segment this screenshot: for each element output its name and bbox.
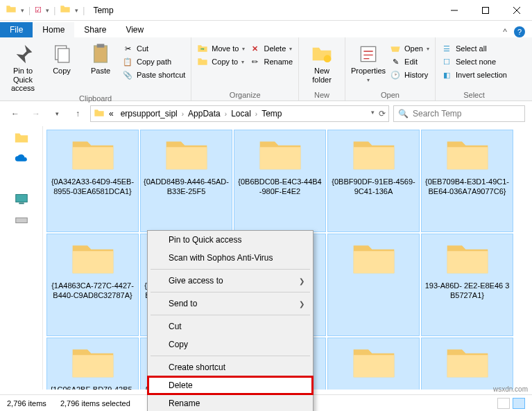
file-item[interactable]: {0B6BDC0B-E4C3-44B4-980F-E4E2 [234,130,326,232]
history-button[interactable]: 🕑History [390,69,429,80]
file-item[interactable]: {1C06A2BF-BD79-42B5-A90D-79D0DB3B9EAF} [46,338,139,390]
nav-pane[interactable] [0,126,43,390]
sidebar-thispc-icon[interactable] [14,191,29,207]
file-item[interactable] [421,338,513,390]
breadcrumb[interactable]: Temp [259,109,284,119]
file-name: {0BBF90DF-91EB-4569-9C41-136A [331,177,416,197]
paste-shortcut-button[interactable]: 📎Paste shortcut [122,69,185,80]
file-name: {1C06A2BF-BD79-42B5-A90D-79D0DB3B9EAF} [50,385,135,390]
qat-overflow-icon[interactable]: ▾ [75,7,78,14]
properties-button[interactable]: Properties ▾ [351,40,386,83]
copy-button[interactable]: Copy [44,40,79,76]
folder-glyph-icon [6,3,17,17]
moveto-icon [197,43,208,54]
svg-rect-0 [482,7,488,13]
tab-home[interactable]: Home [33,22,74,37]
copy-path-button[interactable]: 📋Copy path [122,56,185,67]
ctx-give-access[interactable]: Give access to❯ [148,272,313,290]
context-menu: Pin to Quick access Scan with Sophos Ant… [147,230,314,411]
group-label-new: New [314,89,329,99]
group-label-open: Open [381,89,400,99]
maximize-button[interactable] [470,0,501,21]
nav-forward-button[interactable]: → [28,105,44,122]
watermark: wsxdn.com [493,385,528,393]
sidebar-drive-icon[interactable] [14,212,29,227]
view-details-button[interactable] [497,398,510,409]
ctx-rename[interactable]: Rename [148,394,313,411]
tab-view[interactable]: View [116,22,153,37]
chevron-down-icon: ▾ [289,46,292,52]
breadcrumb-prefix[interactable]: « [106,109,117,119]
delete-x-icon: ✕ [249,43,260,54]
edit-button[interactable]: ✎Edit [390,56,429,67]
search-placeholder: Search Temp [413,109,461,119]
chevron-right-icon: › [225,110,227,118]
svg-rect-9 [15,218,27,222]
paste-icon [89,43,112,65]
new-folder-button[interactable]: New folder [304,40,339,84]
ctx-separator [151,292,310,292]
pin-quick-access-button[interactable]: Pin to Quick access [6,40,40,93]
view-icons-button[interactable] [513,398,525,409]
invert-selection-button[interactable]: ◧Invert selection [441,69,507,80]
delete-button[interactable]: ✕Delete▾ [249,43,293,54]
select-none-button[interactable]: ☐Select none [441,56,507,67]
history-icon: 🕑 [390,69,401,80]
copyto-icon [197,56,208,67]
rename-icon: ✏ [249,56,260,67]
breadcrumb[interactable]: AppData [185,109,223,119]
ctx-create-shortcut[interactable]: Create shortcut [148,358,313,376]
qat-check-icon[interactable]: ☑ [35,6,42,15]
scissors-icon: ✂ [122,43,133,54]
ctx-cut[interactable]: Cut [148,317,313,335]
file-item[interactable] [327,338,420,390]
chevron-right-icon: › [255,110,257,118]
open-button[interactable]: Open▾ [390,43,429,54]
select-all-button[interactable]: ☰Select all [441,43,507,54]
tab-file[interactable]: File [0,22,33,37]
file-item[interactable]: {0EB709B4-E3D1-49C1-BE64-036A7A9077C6} [421,130,513,232]
ctx-sophos-scan[interactable]: Scan with Sophos Anti-Virus [148,249,313,267]
breadcrumb[interactable]: Local [228,109,254,119]
svg-rect-7 [15,195,27,202]
paste-button[interactable]: Paste [83,40,118,76]
tab-share[interactable]: Share [74,22,116,37]
search-box[interactable]: 🔍 Search Temp [393,105,525,122]
file-item[interactable]: {0A342A33-64D9-45EB-8955-03EA6581DCA1} [46,130,139,232]
ctx-send-to[interactable]: Send to❯ [148,295,313,313]
qat-down-icon[interactable]: ▾ [21,7,24,14]
sidebar-folder-icon[interactable] [14,130,29,146]
new-folder-icon [311,43,333,65]
ctx-copy[interactable]: Copy [148,335,313,353]
addr-dropdown-icon[interactable]: ▾ [371,109,375,119]
file-item[interactable] [327,234,420,336]
file-name: {0A342A33-64D9-45EB-8955-03EA6581DCA1} [50,177,135,197]
ctx-pin-quick-access[interactable]: Pin to Quick access [148,231,313,249]
group-label-select: Select [463,89,485,99]
help-icon[interactable]: ? [514,26,525,37]
select-all-icon: ☰ [441,43,452,54]
copy-to-button[interactable]: Copy to▾ [197,56,245,67]
breadcrumb[interactable]: erpsupport_sipl [118,109,180,119]
cut-button[interactable]: ✂Cut [122,43,185,54]
file-name: {1A4863CA-727C-4427-B440-C9AD8C32787A} [50,281,135,301]
svg-rect-8 [19,203,24,204]
nav-up-button[interactable]: ↑ [69,105,86,122]
close-button[interactable] [501,0,532,21]
address-bar[interactable]: « erpsupport_sipl› AppData› Local› Temp … [90,105,389,122]
nav-back-button[interactable]: ← [7,105,24,122]
sidebar-onedrive-icon[interactable] [14,151,29,166]
file-item[interactable]: {0ADD84B9-A446-45AD-B33E-25F5 [140,130,232,232]
file-item[interactable]: 193-A86D- 2E2-E8E46 3B5727A1} [421,234,513,336]
move-to-button[interactable]: Move to▾ [197,43,245,54]
nav-recent-button[interactable]: ▾ [49,105,65,122]
rename-button[interactable]: ✏Rename [249,56,293,67]
ctx-delete[interactable]: Delete [148,376,313,394]
qat-down-icon-2[interactable]: ▾ [46,7,49,14]
file-item[interactable]: {0BBF90DF-91EB-4569-9C41-136A [327,130,420,232]
ribbon-collapse-icon[interactable]: ^ [503,27,507,37]
minimize-button[interactable] [438,0,470,21]
file-item[interactable]: {1A4863CA-727C-4427-B440-C9AD8C32787A} [46,234,139,336]
refresh-icon[interactable]: ⟳ [379,109,386,119]
open-icon [390,43,401,54]
